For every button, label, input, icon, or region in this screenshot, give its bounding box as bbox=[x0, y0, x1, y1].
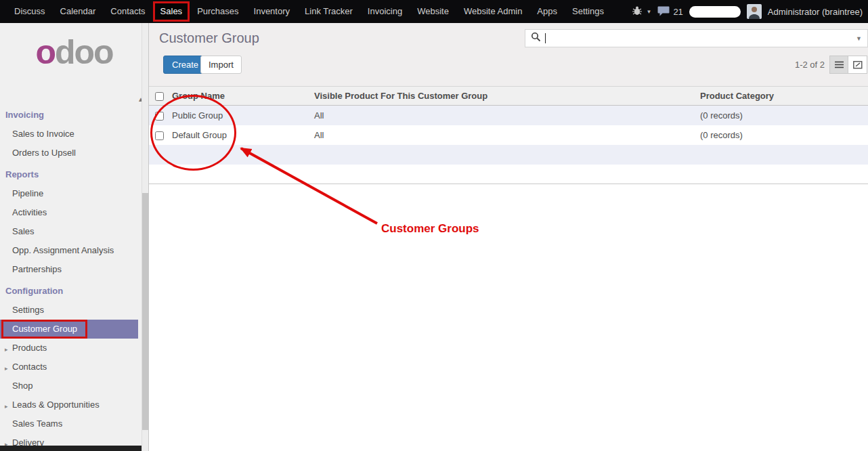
table-row-default-group[interactable]: Default Group All (0 records) bbox=[149, 125, 868, 145]
sidebar-item-shop[interactable]: Shop bbox=[0, 377, 138, 395]
messages-count[interactable]: 21 bbox=[673, 7, 682, 17]
row-checkbox[interactable] bbox=[155, 112, 164, 121]
menu-item-contacts[interactable]: Contacts bbox=[103, 0, 152, 23]
sidebar-item-contacts[interactable]: ▸ Contacts bbox=[0, 358, 138, 377]
main-content: Customer Group ▼ Create Import 1-2 of 2 bbox=[149, 23, 868, 451]
sidebar-item-sales-to-invoice[interactable]: Sales to Invoice bbox=[0, 125, 138, 144]
user-menu[interactable]: Administrator (braintree) bbox=[768, 7, 863, 17]
sidebar: odoo Invoicing Sales to Invoice Orders t… bbox=[0, 23, 149, 451]
search-options-caret-icon[interactable]: ▼ bbox=[856, 35, 862, 42]
page-title: Customer Group bbox=[159, 30, 259, 46]
cell-visible-product[interactable]: All bbox=[311, 106, 697, 125]
sidebar-item-label: Products bbox=[12, 343, 47, 353]
menu-item-invoicing[interactable]: Invoicing bbox=[360, 0, 410, 23]
section-title-reports: Reports bbox=[0, 163, 138, 184]
column-header-product-category[interactable]: Product Category bbox=[697, 87, 868, 106]
column-header-group-name[interactable]: Group Name bbox=[169, 87, 311, 106]
cell-group-name[interactable]: Default Group bbox=[169, 125, 311, 145]
cell-product-category[interactable]: (0 records) bbox=[697, 125, 868, 145]
avatar[interactable] bbox=[747, 4, 762, 19]
sidebar-item-pipeline[interactable]: Pipeline bbox=[0, 184, 138, 203]
section-title-invoicing: Invoicing bbox=[0, 103, 138, 125]
menu-item-sales[interactable]: Sales bbox=[153, 1, 190, 22]
sidebar-item-leads-opportunities[interactable]: ▸ Leads & Opportunities bbox=[0, 395, 138, 414]
sidebar-item-label: Contacts bbox=[12, 362, 47, 372]
menu-item-apps[interactable]: Apps bbox=[529, 0, 565, 23]
sidebar-item-activities[interactable]: Activities bbox=[0, 203, 138, 222]
menu-item-inventory[interactable]: Inventory bbox=[246, 0, 297, 23]
scrollbar-thumb[interactable] bbox=[142, 193, 148, 430]
triangle-right-icon: ▸ bbox=[5, 402, 8, 411]
table-row-public-group[interactable]: Public Group All (0 records) bbox=[149, 106, 868, 125]
view-switcher bbox=[829, 56, 867, 74]
menu-item-website-admin[interactable]: Website Admin bbox=[456, 0, 529, 23]
search-bar[interactable]: ▼ bbox=[525, 29, 868, 47]
search-icon bbox=[531, 32, 541, 45]
sidebar-scrollbar[interactable] bbox=[142, 23, 148, 451]
menu-item-website[interactable]: Website bbox=[410, 0, 456, 23]
menu-item-calendar[interactable]: Calendar bbox=[53, 0, 104, 23]
menu-item-settings[interactable]: Settings bbox=[565, 0, 611, 23]
triangle-right-icon: ▸ bbox=[5, 364, 8, 373]
sidebar-menu: Invoicing Sales to Invoice Orders to Ups… bbox=[0, 103, 138, 451]
menu-item-link-tracker[interactable]: Link Tracker bbox=[297, 0, 360, 23]
sidebar-bottom-bar bbox=[0, 446, 142, 451]
table-header-row: Group Name Visible Product For This Cust… bbox=[149, 87, 868, 106]
list-view-button[interactable] bbox=[829, 56, 848, 74]
caret-down-icon[interactable]: ▼ bbox=[646, 9, 651, 15]
sidebar-item-products[interactable]: ▸ Products bbox=[0, 339, 138, 358]
section-title-configuration: Configuration bbox=[0, 279, 138, 301]
odoo-logo[interactable]: odoo bbox=[0, 23, 148, 91]
messages-icon[interactable] bbox=[657, 5, 670, 18]
column-header-visible-product[interactable]: Visible Product For This Customer Group bbox=[311, 87, 697, 106]
logo-rest: doo bbox=[55, 33, 113, 71]
search-input[interactable] bbox=[546, 32, 856, 45]
sidebar-item-partnerships[interactable]: Partnerships bbox=[0, 260, 138, 279]
sidebar-item-label: Leads & Opportunities bbox=[12, 400, 100, 410]
filler-row bbox=[149, 165, 868, 184]
menu-item-discuss[interactable]: Discuss bbox=[7, 0, 53, 23]
sidebar-item-sales-teams[interactable]: Sales Teams bbox=[0, 414, 138, 433]
sidebar-item-label: Customer Group bbox=[12, 324, 77, 334]
cell-group-name[interactable]: Public Group bbox=[169, 106, 311, 125]
status-pill[interactable] bbox=[689, 6, 741, 18]
sidebar-item-sales[interactable]: Sales bbox=[0, 222, 138, 241]
app-menu: Discuss Calendar Contacts Sales Purchase… bbox=[0, 0, 611, 23]
debug-icon[interactable] bbox=[632, 6, 643, 18]
logo-letter: o bbox=[35, 33, 55, 71]
sidebar-item-customer-group[interactable]: Customer Group bbox=[0, 320, 138, 339]
sidebar-item-orders-to-upsell[interactable]: Orders to Upsell bbox=[0, 144, 138, 163]
list-view: Group Name Visible Product For This Cust… bbox=[149, 86, 868, 184]
triangle-right-icon: ▸ bbox=[5, 345, 8, 354]
sidebar-item-opp-assignment-analysis[interactable]: Opp. Assignment Analysis bbox=[0, 241, 138, 260]
import-button[interactable]: Import bbox=[200, 56, 242, 74]
row-checkbox[interactable] bbox=[155, 131, 164, 140]
cell-visible-product[interactable]: All bbox=[311, 125, 697, 145]
filler-row bbox=[149, 145, 868, 165]
control-panel: Customer Group ▼ Create Import 1-2 of 2 bbox=[149, 23, 868, 86]
menu-item-purchases[interactable]: Purchases bbox=[190, 0, 246, 23]
form-view-button[interactable] bbox=[848, 56, 867, 74]
pager[interactable]: 1-2 of 2 bbox=[795, 60, 825, 70]
top-navbar: Discuss Calendar Contacts Sales Purchase… bbox=[0, 0, 868, 23]
topbar-systray: ▼ 21 Administrator (braintree) bbox=[632, 4, 868, 19]
cell-product-category[interactable]: (0 records) bbox=[697, 106, 868, 125]
sidebar-item-settings[interactable]: Settings bbox=[0, 301, 138, 320]
select-all-checkbox[interactable] bbox=[155, 92, 164, 101]
